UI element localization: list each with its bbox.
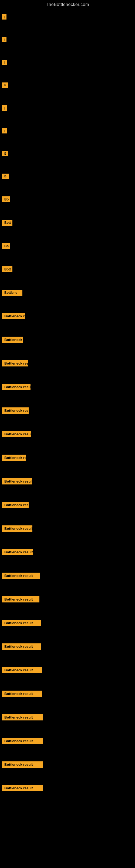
bottleneck-label: Bottleneck result <box>2 785 43 791</box>
bottleneck-label: Bottleneck result <box>2 643 41 650</box>
bottleneck-row: Bottlene <box>2 289 135 297</box>
bottleneck-label: Bottleneck result <box>2 714 43 720</box>
bottleneck-label: B <box>2 174 9 179</box>
bottleneck-row: Bottleneck result <box>2 548 135 556</box>
bottleneck-row: Bottleneck res <box>2 406 135 415</box>
bottleneck-label: Bottleneck result <box>2 738 43 744</box>
bottleneck-row: Bo <box>2 195 135 204</box>
bottleneck-row: Bottleneck re <box>2 312 135 320</box>
bottleneck-row: Bottleneck result <box>2 383 135 391</box>
bottleneck-label: Bottleneck <box>2 337 23 343</box>
bottleneck-label: Bottleneck result <box>2 691 42 697</box>
bottleneck-row: | <box>2 59 135 66</box>
bottleneck-row: Bottleneck result <box>2 760 135 769</box>
bottleneck-row: Bottleneck res <box>2 359 135 368</box>
bottleneck-row: Bottleneck <box>2 336 135 344</box>
bottleneck-label: Bottleneck result <box>2 525 32 532</box>
bottleneck-label: | <box>2 60 7 65</box>
bottleneck-row: Bottleneck resul <box>2 430 135 438</box>
bottleneck-label: Bo <box>2 196 10 203</box>
bottleneck-label: Bottlene <box>2 290 22 296</box>
bottleneck-label: Bottleneck result <box>2 549 33 555</box>
bottleneck-label: Bottleneck result <box>2 667 42 673</box>
bottleneck-label: | <box>2 37 6 42</box>
bottleneck-row: Bottleneck result <box>2 595 135 603</box>
bottleneck-label: Bottleneck resul <box>2 431 31 437</box>
bottleneck-label: Bottleneck result <box>2 762 43 768</box>
bottleneck-row: Bott <box>2 219 135 227</box>
bottleneck-label: E <box>2 83 8 88</box>
bottleneck-row: Bottleneck result <box>2 689 135 698</box>
bottleneck-label: | <box>2 128 7 133</box>
bottleneck-row: Bottleneck result <box>2 619 135 627</box>
bottleneck-label: Bott <box>2 220 12 226</box>
bottleneck-row: Bottleneck resu <box>2 501 135 509</box>
bottleneck-label: Bottleneck result <box>2 478 32 485</box>
bottleneck-label: Bottleneck res <box>2 407 29 414</box>
items-container: |||E||EBBoBottBoBottBottleneBottleneck r… <box>0 10 135 792</box>
site-title: TheBottlenecker.com <box>0 0 135 10</box>
bottleneck-row: Bottleneck result <box>2 784 135 792</box>
bottleneck-row: | <box>2 13 135 21</box>
bottleneck-row: Bottleneck result <box>2 524 135 533</box>
bottleneck-label: Bottleneck result <box>2 596 39 602</box>
bottleneck-row: Bottleneck result <box>2 713 135 721</box>
bottleneck-row: | <box>2 36 135 43</box>
bottleneck-label: Bo <box>2 243 10 249</box>
bottleneck-label: Bott <box>2 267 12 272</box>
bottleneck-label: Bottleneck result <box>2 620 41 626</box>
bottleneck-label: | <box>2 14 6 20</box>
bottleneck-row: | <box>2 104 135 112</box>
bottleneck-row: Bottleneck result <box>2 477 135 486</box>
bottleneck-label: Bottleneck result <box>2 572 40 579</box>
bottleneck-row: Bottleneck result <box>2 666 135 674</box>
bottleneck-row: E <box>2 82 135 89</box>
bottleneck-row: Bottleneck result <box>2 642 135 651</box>
bottleneck-label: Bottleneck re <box>2 313 25 319</box>
bottleneck-label: Bottleneck res <box>2 360 28 367</box>
bottleneck-row: Bo <box>2 242 135 250</box>
bottleneck-label: Bottleneck re <box>2 455 26 461</box>
bottleneck-row: | <box>2 127 135 134</box>
bottleneck-label: Bottleneck result <box>2 384 31 390</box>
bottleneck-row: B <box>2 173 135 180</box>
bottleneck-label: | <box>2 105 7 111</box>
bottleneck-label: E <box>2 151 8 156</box>
bottleneck-row: Bottleneck re <box>2 454 135 462</box>
bottleneck-row: E <box>2 150 135 157</box>
bottleneck-row: Bottleneck result <box>2 571 135 580</box>
bottleneck-label: Bottleneck resu <box>2 502 29 508</box>
bottleneck-row: Bott <box>2 265 135 273</box>
bottleneck-row: Bottleneck result <box>2 737 135 745</box>
